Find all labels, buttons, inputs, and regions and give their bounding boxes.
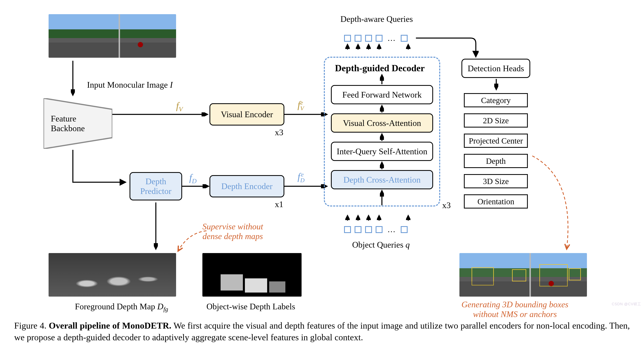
visual-encoder-mult: x3 — [275, 128, 283, 137]
supervise-note: Supervise without dense depth maps — [202, 222, 263, 241]
fde-symbol: fDe — [298, 171, 304, 184]
query-arrows-top — [344, 44, 412, 50]
object-queries-label: Object Queries q — [352, 240, 410, 250]
query-arrows-bottom — [344, 214, 412, 222]
object-wise-depth-labels — [202, 253, 302, 296]
figure-caption: Figure 4. Overall pipeline of MonoDETR. … — [14, 320, 630, 343]
ffn-block: Feed Forward Network — [331, 85, 433, 104]
query-token — [344, 35, 351, 42]
input-image — [48, 14, 176, 58]
fve-symbol: fVe — [298, 99, 303, 112]
foreground-depth-label: Foreground Depth Map Dfg — [75, 302, 168, 312]
query-token — [365, 35, 372, 42]
depth-predictor: Depth Predictor — [130, 172, 182, 200]
object-labels-caption: Object-wise Depth Labels — [206, 302, 295, 311]
inter-query-self-attention-block: Inter-Query Self-Attention — [331, 142, 433, 161]
det-projected-center: Projected Center — [464, 134, 528, 148]
det-depth: Depth — [464, 154, 528, 168]
query-token — [354, 226, 362, 233]
query-token — [401, 35, 408, 42]
output-note: Generating 3D bounding boxes without NMS… — [462, 300, 568, 319]
visual-cross-attention-block: Visual Cross-Attention — [331, 113, 433, 132]
depth-encoder-mult: x1 — [275, 200, 283, 209]
fv-symbol: fV — [176, 100, 183, 113]
feature-backbone-label: Feature Backbone — [51, 114, 85, 134]
depth-cross-attention-block: Depth Cross-Attention — [331, 170, 433, 189]
input-image-label: Input Monocular Image I — [87, 80, 173, 90]
det-2dsize: 2D Size — [464, 113, 528, 128]
object-queries: … — [344, 225, 408, 234]
depth-aware-queries-label: Depth-aware Queries — [340, 14, 413, 24]
query-token — [354, 35, 362, 42]
query-token — [401, 226, 408, 233]
query-token — [376, 226, 382, 233]
visual-encoder: Visual Encoder — [210, 103, 284, 126]
fd-symbol: fD — [189, 172, 196, 185]
ellipsis: … — [386, 225, 397, 234]
ellipsis: … — [386, 34, 397, 43]
query-token — [365, 226, 372, 233]
query-token — [376, 35, 382, 42]
decoder-mult: x3 — [442, 200, 451, 210]
decoder-title: Depth-guided Decoder — [335, 63, 424, 74]
depth-aware-queries: … — [344, 34, 408, 43]
det-orientation: Orientation — [464, 194, 528, 208]
watermark: CSDN @CV研工 — [612, 302, 641, 306]
det-category: Category — [464, 93, 528, 107]
depth-encoder: Depth Encoder — [210, 175, 284, 198]
output-image — [460, 253, 587, 296]
det-3dsize: 3D Size — [464, 174, 528, 188]
query-token — [344, 226, 351, 233]
foreground-depth-map — [48, 253, 176, 296]
detection-heads: Detection Heads — [462, 59, 530, 78]
feature-backbone: Feature Backbone — [44, 98, 112, 149]
